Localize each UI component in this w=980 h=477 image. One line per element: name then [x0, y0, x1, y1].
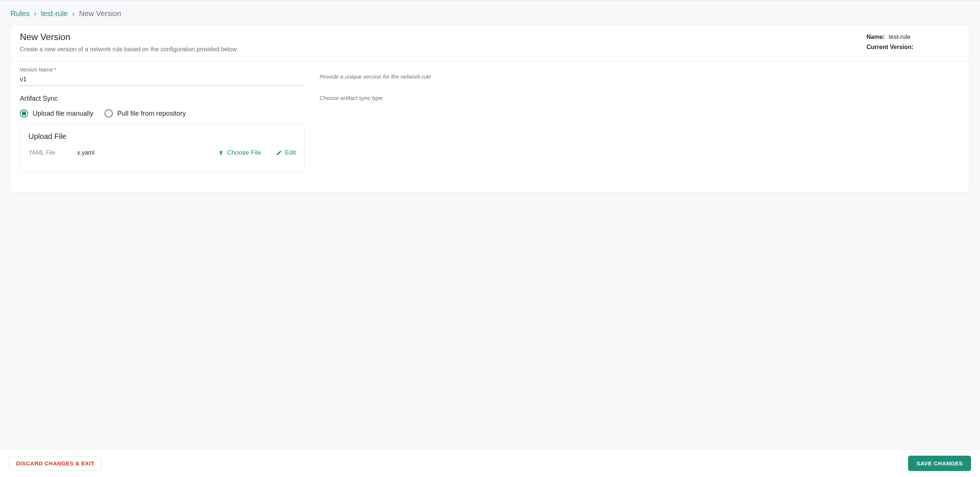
- radio-upload-label: Upload file manually: [33, 110, 93, 117]
- card-header: New Version Create a new version of a ne…: [11, 25, 969, 62]
- upload-file-name: x.yaml: [77, 149, 203, 156]
- radio-pull-label: Pull file from repository: [117, 110, 186, 117]
- artifact-sync-radio-group: Upload file manually Pull file from repo…: [20, 109, 305, 117]
- radio-unselected-icon: [105, 109, 113, 117]
- breadcrumb: Rules › test-rule › New Version: [11, 0, 969, 25]
- version-name-input[interactable]: [20, 74, 305, 86]
- discard-button[interactable]: DISCARD CHANGES & EXIT: [9, 456, 102, 471]
- upload-box-title: Upload File: [29, 132, 296, 141]
- save-button[interactable]: SAVE CHANGES: [908, 456, 971, 471]
- choose-file-button-label: Choose File: [227, 149, 261, 157]
- breadcrumb-root-link[interactable]: Rules: [11, 10, 30, 17]
- upload-file-type-label: YAML File: [29, 149, 62, 156]
- radio-selected-icon: [20, 109, 28, 117]
- upload-file-box: Upload File YAML File x.yaml Choose File…: [20, 124, 305, 172]
- version-name-hint: Provide a unique version for the network…: [320, 67, 960, 80]
- meta-current-version-label: Current Version:: [867, 44, 913, 50]
- upload-icon: [218, 150, 224, 156]
- meta-name-value: test-rule: [889, 34, 910, 40]
- edit-button[interactable]: Edit: [276, 149, 296, 157]
- breadcrumb-current: New Version: [79, 10, 121, 17]
- meta-name-label: Name:: [867, 34, 885, 40]
- meta-name-row: Name: test-rule: [867, 32, 960, 42]
- version-name-label: Version Name *: [20, 67, 305, 73]
- pencil-icon: [276, 150, 282, 156]
- edit-button-label: Edit: [285, 149, 296, 157]
- page-title: New Version: [20, 32, 237, 42]
- radio-upload-manually[interactable]: Upload file manually: [20, 109, 93, 117]
- page-subtitle: Create a new version of a network rule b…: [20, 46, 237, 53]
- new-version-card: New Version Create a new version of a ne…: [11, 25, 969, 192]
- choose-file-button[interactable]: Choose File: [218, 149, 261, 157]
- footer-actions: DISCARD CHANGES & EXIT SAVE CHANGES: [0, 449, 980, 477]
- artifact-sync-hint: Choose artifact sync type: [320, 95, 960, 101]
- artifact-sync-title: Artifact Sync: [20, 95, 305, 103]
- breadcrumb-item-link[interactable]: test-rule: [41, 10, 68, 17]
- breadcrumb-separator: ›: [72, 10, 75, 17]
- meta-current-version-row: Current Version:: [867, 42, 960, 52]
- radio-pull-from-repo[interactable]: Pull file from repository: [105, 109, 186, 117]
- breadcrumb-separator: ›: [34, 10, 37, 17]
